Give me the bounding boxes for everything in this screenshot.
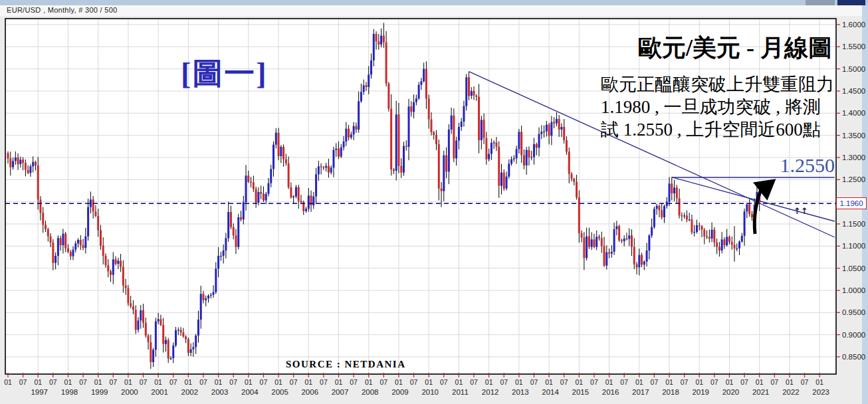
svg-text:07: 07 <box>560 378 568 386</box>
svg-text:07: 07 <box>710 378 718 386</box>
svg-text:01: 01 <box>635 378 643 386</box>
svg-text:2003: 2003 <box>211 388 229 396</box>
svg-text:1.3000: 1.3000 <box>842 153 865 161</box>
svg-text:1.5000: 1.5000 <box>842 65 865 73</box>
svg-text:07: 07 <box>49 378 57 386</box>
svg-text:2000: 2000 <box>121 388 138 396</box>
svg-text:1.6000: 1.6000 <box>842 21 865 29</box>
svg-text:01: 01 <box>815 378 823 386</box>
svg-text:01: 01 <box>756 378 764 386</box>
figure-number-label: [圖一] <box>181 53 287 94</box>
svg-text:2009: 2009 <box>391 388 409 396</box>
svg-text:07: 07 <box>140 378 148 386</box>
svg-text:01: 01 <box>485 378 493 386</box>
svg-text:1.1000: 1.1000 <box>842 242 865 250</box>
commentary-line-3: 試 1.2550 , 上升空間近600點 <box>601 118 840 141</box>
svg-text:07: 07 <box>410 378 418 386</box>
svg-text:07: 07 <box>229 378 237 386</box>
svg-text:07: 07 <box>380 378 388 386</box>
y-axis: 0.85000.90000.95001.00001.05001.10001.15… <box>836 21 865 361</box>
svg-text:2001: 2001 <box>151 388 168 396</box>
svg-text:01: 01 <box>4 378 12 386</box>
svg-text:2019: 2019 <box>692 388 709 396</box>
svg-text:01: 01 <box>124 378 132 386</box>
svg-text:1.3500: 1.3500 <box>842 132 865 140</box>
svg-text:2011: 2011 <box>452 388 469 396</box>
svg-text:01: 01 <box>304 378 312 386</box>
page-title: 歐元/美元 - 月線圖 <box>598 32 832 64</box>
svg-text:2002: 2002 <box>181 388 199 396</box>
svg-text:1997: 1997 <box>31 388 48 396</box>
svg-text:2014: 2014 <box>542 388 559 396</box>
svg-text:01: 01 <box>335 378 343 386</box>
svg-text:01: 01 <box>365 378 373 386</box>
plot-background <box>5 19 836 374</box>
svg-text:07: 07 <box>169 378 177 386</box>
svg-text:01: 01 <box>94 378 102 386</box>
svg-text:01: 01 <box>245 378 253 386</box>
svg-text:1999: 1999 <box>91 388 108 396</box>
svg-text:2017: 2017 <box>632 388 649 396</box>
svg-text:01: 01 <box>605 378 613 386</box>
svg-text:07: 07 <box>770 378 778 386</box>
source-credit: SOURCE : NETDANIA <box>286 359 406 370</box>
commentary-line-1: 歐元正醞釀突破上升雙重阻力 <box>601 73 840 96</box>
svg-text:01: 01 <box>274 378 282 386</box>
svg-text:2020: 2020 <box>722 388 740 396</box>
x-axis: 0107010719970107199801071999010720000107… <box>4 373 829 396</box>
svg-text:0.8500: 0.8500 <box>842 353 865 361</box>
svg-text:07: 07 <box>470 378 478 386</box>
svg-text:2016: 2016 <box>602 388 619 396</box>
svg-text:2010: 2010 <box>421 388 439 396</box>
svg-text:07: 07 <box>109 378 117 386</box>
svg-text:1.4000: 1.4000 <box>842 109 865 117</box>
svg-text:07: 07 <box>350 378 358 386</box>
svg-text:01: 01 <box>154 378 162 386</box>
svg-text:2008: 2008 <box>362 388 379 396</box>
svg-text:07: 07 <box>440 378 448 386</box>
commentary-line-2: 1.1980 , 一旦成功突破 , 將測 <box>601 96 840 118</box>
svg-text:2018: 2018 <box>662 388 679 396</box>
svg-text:2015: 2015 <box>572 388 590 396</box>
svg-text:07: 07 <box>620 378 628 386</box>
svg-text:07: 07 <box>530 378 538 386</box>
svg-text:1.5500: 1.5500 <box>842 43 865 50</box>
svg-text:07: 07 <box>260 378 268 386</box>
svg-text:07: 07 <box>19 378 27 386</box>
double-up-arrows-icon: ↑↑ <box>794 206 808 216</box>
svg-text:2012: 2012 <box>482 388 499 396</box>
svg-text:2023: 2023 <box>812 388 829 396</box>
svg-text:07: 07 <box>320 378 328 386</box>
svg-text:01: 01 <box>395 378 403 386</box>
svg-text:1.2500: 1.2500 <box>842 175 865 183</box>
svg-text:2004: 2004 <box>241 388 259 396</box>
svg-text:01: 01 <box>665 378 673 386</box>
svg-text:07: 07 <box>590 378 598 386</box>
svg-text:1.1500: 1.1500 <box>842 220 865 228</box>
svg-text:01: 01 <box>695 378 703 386</box>
svg-text:07: 07 <box>500 378 508 386</box>
svg-text:1.0000: 1.0000 <box>842 286 865 294</box>
svg-text:01: 01 <box>515 378 523 386</box>
svg-text:01: 01 <box>215 378 223 386</box>
svg-text:1998: 1998 <box>61 388 78 396</box>
svg-text:07: 07 <box>651 378 659 386</box>
svg-text:01: 01 <box>786 378 794 386</box>
svg-text:01: 01 <box>545 378 553 386</box>
svg-text:1.4500: 1.4500 <box>842 87 865 95</box>
svg-text:01: 01 <box>34 378 42 386</box>
svg-text:07: 07 <box>740 378 748 386</box>
svg-text:2013: 2013 <box>512 388 529 396</box>
svg-text:01: 01 <box>425 378 433 386</box>
svg-text:2022: 2022 <box>782 388 800 396</box>
current-price-tag: 1.1960 <box>836 197 867 209</box>
svg-text:07: 07 <box>801 378 809 386</box>
svg-text:01: 01 <box>455 378 463 386</box>
svg-text:01: 01 <box>575 378 583 386</box>
svg-text:2005: 2005 <box>271 388 288 396</box>
commentary-text: 歐元正醞釀突破上升雙重阻力 1.1980 , 一旦成功突破 , 將測 試 1.2… <box>601 73 840 141</box>
svg-text:1.0500: 1.0500 <box>842 264 865 272</box>
target-price-label: 1.2550 <box>764 154 835 177</box>
svg-text:2007: 2007 <box>332 388 349 396</box>
svg-text:07: 07 <box>681 378 689 386</box>
